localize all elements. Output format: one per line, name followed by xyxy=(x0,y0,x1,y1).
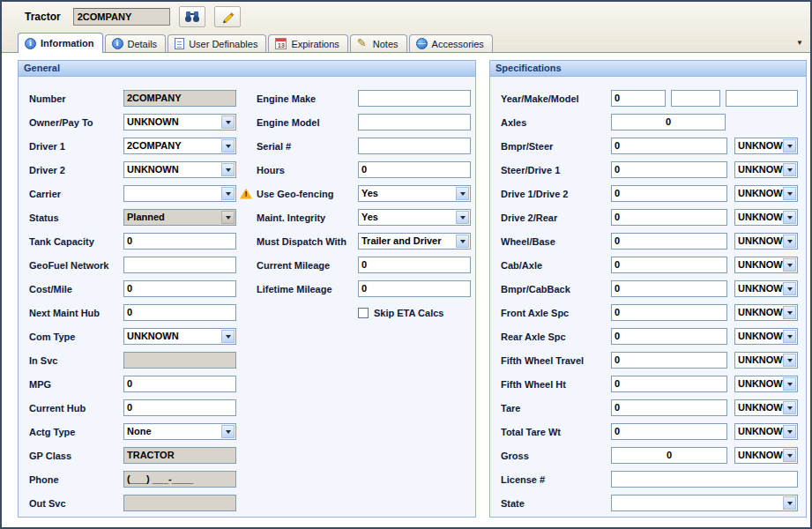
tank-capacity-field[interactable]: 0 xyxy=(123,233,236,250)
dropdown-button[interactable] xyxy=(783,425,796,438)
field-row-hours: Hours0 xyxy=(257,158,471,182)
chevron-down-icon xyxy=(787,311,793,315)
tab-overflow-arrow[interactable] xyxy=(796,39,803,47)
field-row-in-svc: In Svc xyxy=(29,348,236,372)
fifth-wheel-ht-unit-select[interactable]: UNKNOW xyxy=(734,376,798,392)
model-field[interactable] xyxy=(726,90,798,107)
steer-drive-1-field[interactable]: 0 xyxy=(611,161,727,178)
total-tare-wt-unit-select[interactable]: UNKNOW xyxy=(734,423,798,440)
dropdown-button[interactable] xyxy=(221,425,235,438)
out-svc-label: Out Svc xyxy=(29,498,123,509)
geofuel-network-field[interactable] xyxy=(123,257,236,273)
dropdown-button[interactable] xyxy=(783,377,796,391)
dropdown-button[interactable] xyxy=(221,330,235,343)
dropdown-button[interactable] xyxy=(783,449,796,462)
state-select[interactable] xyxy=(611,495,798,511)
gross-unit-select[interactable]: UNKNOW xyxy=(734,447,798,464)
dropdown-button[interactable] xyxy=(221,187,235,200)
mpg-field[interactable]: 0 xyxy=(123,376,236,392)
tab-user-definables[interactable]: User Definables xyxy=(168,34,266,52)
driver-2-select[interactable]: UNKNOWN xyxy=(123,161,236,178)
dropdown-button[interactable] xyxy=(783,235,796,248)
maint-integrity-select[interactable]: Yes xyxy=(358,209,471,226)
tab-information[interactable]: Information xyxy=(18,33,103,53)
bmpr-cabback-field[interactable]: 0 xyxy=(611,280,727,297)
use-geo-fencing-select[interactable]: Yes xyxy=(358,185,471,202)
drive-1-drive-2-unit-select[interactable]: UNKNOW xyxy=(734,185,798,202)
fifth-wheel-travel-unit-select[interactable]: UNKNOW xyxy=(734,352,798,369)
drive-2-rear-field[interactable]: 0 xyxy=(611,209,727,226)
tab-notes[interactable]: Notes xyxy=(350,34,407,52)
dropdown-button[interactable] xyxy=(221,163,235,176)
engine-model-field[interactable] xyxy=(358,114,471,130)
license-field[interactable] xyxy=(611,471,798,488)
dropdown-button[interactable] xyxy=(783,139,796,153)
rear-axle-spc-field[interactable]: 0 xyxy=(611,328,727,345)
cost-mile-field[interactable]: 0 xyxy=(123,280,236,297)
status-select[interactable]: Planned xyxy=(123,209,236,226)
skip-eta-calcs-checkbox[interactable] xyxy=(358,308,369,318)
serial-field[interactable] xyxy=(358,138,471,154)
tab-details[interactable]: Details xyxy=(105,34,167,52)
tractor-id-input[interactable] xyxy=(73,8,170,26)
hours-field[interactable]: 0 xyxy=(358,161,471,178)
bmpr-cabback-unit-select[interactable]: UNKNOW xyxy=(734,280,798,297)
dropdown-button[interactable] xyxy=(783,496,796,510)
next-maint-hub-field[interactable]: 0 xyxy=(123,304,236,321)
carrier-select[interactable] xyxy=(123,185,236,202)
must-dispatch-with-select[interactable]: Trailer and Driver xyxy=(358,233,471,250)
owner-pay-to-label: Owner/Pay To xyxy=(29,117,123,128)
front-axle-spc-field[interactable]: 0 xyxy=(611,304,727,321)
dropdown-button[interactable] xyxy=(221,139,235,153)
dropdown-button[interactable] xyxy=(783,282,796,295)
dropdown-button[interactable] xyxy=(783,187,796,200)
year-field[interactable]: 0 xyxy=(611,90,666,107)
selected-value: Trailer and Driver xyxy=(359,234,470,246)
steer-drive-1-unit-select[interactable]: UNKNOW xyxy=(734,161,798,178)
wheel-base-unit-select[interactable]: UNKNOW xyxy=(734,233,798,250)
rear-axle-spc-unit-select[interactable]: UNKNOW xyxy=(734,328,798,345)
gross-field[interactable]: 0 xyxy=(611,447,727,464)
tare-field[interactable]: 0 xyxy=(611,399,727,416)
cab-axle-unit-select[interactable]: UNKNOW xyxy=(734,257,798,273)
cab-axle-field[interactable]: 0 xyxy=(611,257,727,273)
dropdown-button[interactable] xyxy=(783,354,796,367)
find-button[interactable] xyxy=(179,6,205,27)
tab-expirations[interactable]: Expirations xyxy=(268,34,347,52)
dropdown-button[interactable] xyxy=(456,211,469,224)
dropdown-button[interactable] xyxy=(456,187,469,200)
tab-accessories[interactable]: Accessories xyxy=(409,34,493,52)
wheel-base-field[interactable]: 0 xyxy=(611,233,727,250)
dropdown-button[interactable] xyxy=(221,211,235,224)
fifth-wheel-ht-field[interactable]: 0 xyxy=(611,376,727,392)
current-mileage-field[interactable]: 0 xyxy=(358,257,471,273)
front-axle-spc-unit-select[interactable]: UNKNOW xyxy=(734,304,798,321)
dropdown-button[interactable] xyxy=(456,235,469,248)
actg-type-select[interactable]: None xyxy=(123,423,236,440)
owner-pay-to-select[interactable]: UNKNOWN xyxy=(123,114,236,130)
tare-unit-select[interactable]: UNKNOW xyxy=(734,399,798,416)
dropdown-button[interactable] xyxy=(221,115,235,129)
bmpr-steer-field[interactable]: 0 xyxy=(611,138,727,154)
dropdown-button[interactable] xyxy=(783,258,796,272)
dropdown-button[interactable] xyxy=(783,401,796,414)
driver-1-select[interactable]: 2COMPANY xyxy=(123,138,236,154)
engine-make-field[interactable] xyxy=(358,90,471,107)
driver-2-label: Driver 2 xyxy=(29,165,123,175)
drive-2-rear-unit-select[interactable]: UNKNOW xyxy=(734,209,798,226)
total-tare-wt-field[interactable]: 0 xyxy=(611,423,727,440)
fifth-wheel-travel-field[interactable]: 0 xyxy=(611,352,727,369)
dropdown-button[interactable] xyxy=(783,306,796,319)
com-type-select[interactable]: UNKNOWN xyxy=(123,328,236,345)
dropdown-button[interactable] xyxy=(783,163,796,176)
axles-field[interactable]: 0 xyxy=(611,114,726,130)
dropdown-button[interactable] xyxy=(783,211,796,224)
drive-1-drive-2-field[interactable]: 0 xyxy=(611,185,727,202)
dropdown-button[interactable] xyxy=(783,330,796,343)
driver-1-label: Driver 1 xyxy=(29,141,123,152)
edit-button[interactable] xyxy=(214,6,241,27)
lifetime-mileage-field[interactable]: 0 xyxy=(358,280,471,297)
make-field[interactable] xyxy=(671,90,720,107)
current-hub-field[interactable]: 0 xyxy=(123,399,236,416)
bmpr-steer-unit-select[interactable]: UNKNOW xyxy=(734,138,798,154)
